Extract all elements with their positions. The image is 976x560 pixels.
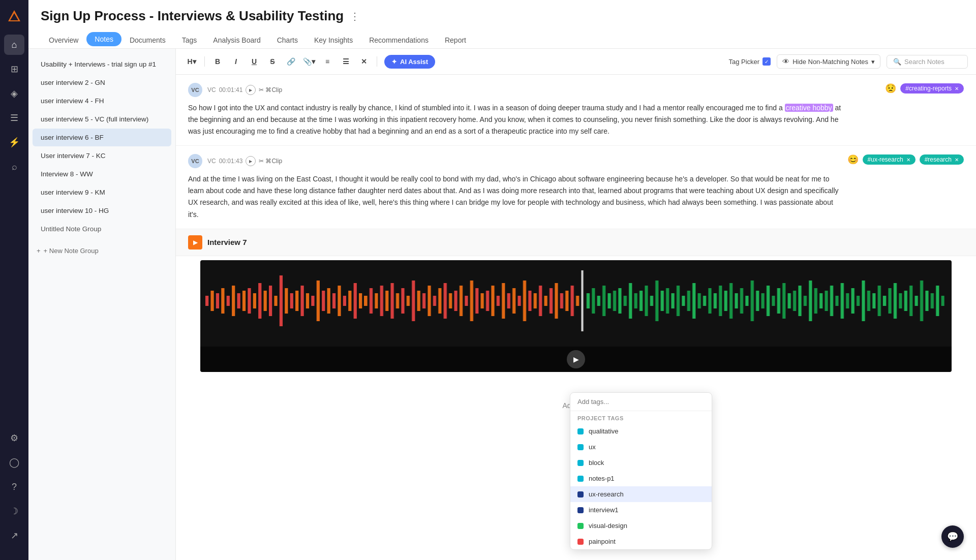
- tag-option-visual-design[interactable]: visual-design: [570, 518, 712, 534]
- media-play-button[interactable]: ▶: [567, 350, 585, 368]
- svg-rect-21: [306, 293, 309, 308]
- svg-rect-52: [687, 291, 690, 311]
- svg-rect-11: [253, 293, 256, 308]
- tag-picker[interactable]: Tag Picker ✓: [728, 57, 771, 66]
- note-item-3[interactable]: user interview 4 - FH: [33, 92, 171, 110]
- svg-rect-56: [370, 288, 373, 314]
- tab-overview[interactable]: Overview: [41, 32, 86, 48]
- svg-rect-69: [438, 288, 441, 314]
- tag-option-painpoint[interactable]: painpoint: [570, 534, 712, 549]
- sidebar-help-icon[interactable]: ?: [4, 477, 24, 497]
- reaction-icon-2[interactable]: 😊: [847, 154, 859, 165]
- svg-rect-109: [772, 296, 775, 306]
- svg-rect-130: [883, 296, 886, 306]
- sidebar-home-icon[interactable]: ⌂: [4, 35, 24, 55]
- svg-rect-53: [692, 283, 695, 319]
- tag-badge-creating-reports[interactable]: #creating-reports ✕: [900, 83, 964, 94]
- play-button-2[interactable]: ▶: [246, 156, 256, 166]
- tag-option-notes-p1[interactable]: notes-p1: [570, 471, 712, 486]
- align-button[interactable]: ≡: [320, 54, 335, 69]
- tab-charts[interactable]: Charts: [269, 32, 306, 48]
- svg-rect-132: [894, 283, 897, 319]
- tag-badge-ux-research[interactable]: #ux-research ✕: [863, 154, 916, 165]
- sidebar-user-icon[interactable]: ◯: [4, 452, 24, 473]
- svg-rect-3: [210, 291, 214, 311]
- svg-rect-138: [925, 291, 928, 311]
- tab-report[interactable]: Report: [437, 32, 474, 48]
- sidebar-pin-icon[interactable]: ◈: [4, 83, 24, 104]
- project-title-row: Sign Up Process - Interviews & Usability…: [41, 8, 964, 24]
- link-button[interactable]: 🔗: [283, 54, 298, 69]
- strikethrough-button[interactable]: S: [265, 54, 280, 69]
- interview7-play-icon[interactable]: ▶: [188, 235, 202, 250]
- sidebar-search-icon[interactable]: ⌕: [4, 157, 24, 177]
- tab-notes[interactable]: Notes: [86, 32, 121, 46]
- svg-rect-121: [835, 296, 838, 306]
- note-item-10[interactable]: Untitled Note Group: [33, 220, 171, 238]
- clip-button-2[interactable]: ✂ ⌘Clip: [259, 158, 282, 165]
- tab-key-insights[interactable]: Key Insights: [306, 32, 361, 48]
- note-item-8[interactable]: user interview 9 - KM: [33, 183, 171, 201]
- tab-analysis-board[interactable]: Analysis Board: [205, 32, 268, 48]
- tab-tags[interactable]: Tags: [174, 32, 205, 48]
- heading-button[interactable]: H▾: [184, 54, 199, 69]
- svg-rect-80: [497, 296, 500, 306]
- media-player-wrapper: ▶: [176, 256, 976, 372]
- remove-tag-icon[interactable]: ✕: [955, 86, 959, 91]
- svg-rect-24: [322, 291, 325, 311]
- note-item-1[interactable]: Usability + Interviews - trial sign up #…: [33, 55, 171, 73]
- sidebar-moon-icon[interactable]: ☽: [4, 501, 24, 521]
- sidebar-layout-icon[interactable]: ⊞: [4, 59, 24, 79]
- remove-ux-research-tag-icon[interactable]: ✕: [906, 157, 910, 163]
- sidebar-share-icon[interactable]: ↗: [4, 525, 24, 546]
- ai-assist-button[interactable]: ✦ AI Assist: [384, 55, 435, 69]
- note-item-5[interactable]: user interview 6 - BF: [33, 129, 171, 146]
- sidebar-lightning-icon[interactable]: ⚡: [4, 132, 24, 152]
- note-item-6[interactable]: User interview 7 - KC: [33, 147, 171, 165]
- svg-rect-67: [428, 286, 431, 316]
- sidebar-settings-icon[interactable]: ⚙: [4, 428, 24, 448]
- note-item-9[interactable]: user interview 10 - HG: [33, 202, 171, 220]
- avatar-2: VC: [188, 154, 202, 168]
- remove-research-tag-icon[interactable]: ✕: [955, 157, 959, 163]
- attachment-button[interactable]: 📎▾: [301, 54, 317, 69]
- reaction-icon-1[interactable]: 😟: [885, 83, 896, 94]
- svg-rect-100: [724, 291, 727, 311]
- chat-bubble-button[interactable]: 💬: [941, 525, 964, 548]
- list-button[interactable]: ☰: [338, 54, 353, 69]
- tag-color-notes-p1: [577, 476, 584, 482]
- tag-option-ux-research[interactable]: ux-research: [570, 486, 712, 502]
- play-button-1[interactable]: ▶: [246, 85, 256, 95]
- tag-option-ux[interactable]: ux: [570, 439, 712, 455]
- new-note-group-button[interactable]: + + New Note Group: [28, 242, 175, 260]
- help-icon: ?: [12, 482, 17, 492]
- search-notes-input[interactable]: 🔍 Search Notes: [887, 55, 968, 69]
- clear-format-button[interactable]: ✕: [356, 54, 372, 69]
- tag-option-interview1[interactable]: interview1: [570, 502, 712, 518]
- toolbar-sep-1: [204, 56, 205, 67]
- tab-recommendations[interactable]: Recommendations: [361, 32, 437, 48]
- note-item-2[interactable]: user interview 2 - GN: [33, 74, 171, 91]
- clip-button-1[interactable]: ✂ ⌘Clip: [259, 86, 282, 94]
- tag-search-input[interactable]: [570, 393, 712, 411]
- svg-rect-102: [735, 293, 738, 308]
- tab-documents[interactable]: Documents: [121, 32, 174, 48]
- italic-button[interactable]: I: [228, 54, 243, 69]
- note-item-7[interactable]: Interview 8 - WW: [33, 165, 171, 183]
- bold-button[interactable]: B: [210, 54, 225, 69]
- media-player[interactable]: ▶: [200, 260, 952, 372]
- svg-rect-79: [491, 286, 494, 316]
- underline-button[interactable]: U: [247, 54, 262, 69]
- editor-toolbar: H▾ B I U S 🔗 📎▾ ≡ ☰ ✕: [176, 49, 976, 75]
- more-options-icon[interactable]: ⋮: [350, 10, 360, 22]
- tag-color-block: [577, 460, 584, 466]
- svg-rect-140: [936, 286, 939, 316]
- tag-option-qualitative[interactable]: qualitative: [570, 423, 712, 439]
- hide-non-matching-button[interactable]: 👁 Hide Non-Matching Notes ▾: [777, 54, 880, 69]
- svg-rect-73: [460, 286, 463, 316]
- sidebar-book-icon[interactable]: ☰: [4, 108, 24, 128]
- tag-badge-research[interactable]: #research ✕: [920, 154, 964, 165]
- tag-option-block[interactable]: block: [570, 455, 712, 471]
- pin-icon: ◈: [11, 88, 18, 99]
- note-item-4[interactable]: user interview 5 - VC (full interview): [33, 110, 171, 128]
